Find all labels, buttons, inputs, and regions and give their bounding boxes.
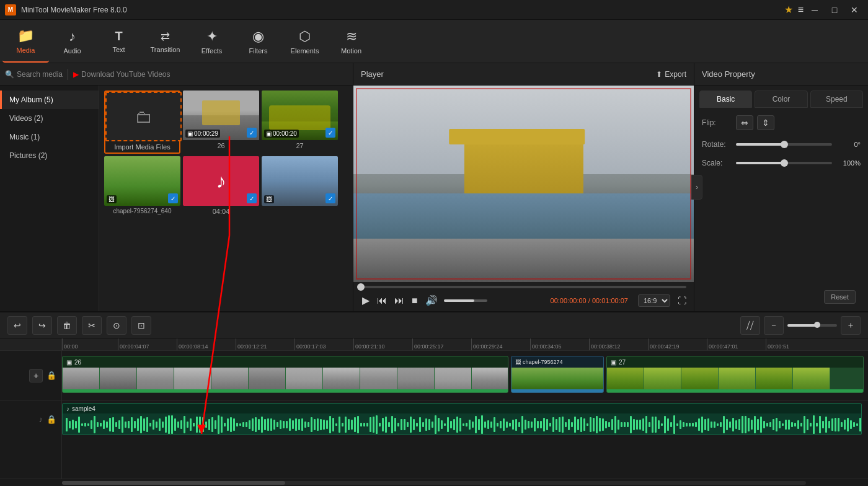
timeline-body: + 🔒 ♪ 🔒 00:00 00:00:04:07 00:00:08:14 00…: [0, 338, 868, 479]
volume-button[interactable]: 🔊: [424, 293, 439, 307]
flip-horizontal-button[interactable]: ⇔: [736, 115, 753, 130]
undo-button[interactable]: ↩: [7, 316, 27, 335]
import-media-item[interactable]: 🗀 Import Media Files: [104, 91, 180, 154]
media-check-img2: ✓: [326, 193, 335, 203]
rotate-handle[interactable]: [781, 141, 788, 148]
waveform: // Generate waveform bars inline (functi…: [63, 413, 861, 435]
toolbar-item-audio[interactable]: ♪ Audio: [49, 20, 95, 63]
sidebar-item-pictures[interactable]: Pictures (2): [0, 146, 99, 165]
clip26-video-icon: ▣: [66, 359, 72, 366]
horizontal-scrollbar[interactable]: [0, 479, 868, 486]
media-check-audio: ✓: [247, 193, 257, 203]
video-clip-26[interactable]: ▣ 26: [62, 356, 508, 393]
audio-clip-sample4[interactable]: ♪ sample4 // Generate waveform bars inli…: [62, 403, 862, 435]
media-item-audio[interactable]: ♪ ✓ 04:04: [183, 156, 259, 217]
time-display: 00:00:00:00 / 00:01:00:07: [551, 297, 628, 304]
close-button[interactable]: ✕: [846, 4, 863, 16]
flip-control: ⇔ ⇕: [736, 115, 861, 130]
crop-button[interactable]: ⊡: [131, 316, 151, 335]
import-label: Import Media Files: [105, 141, 179, 152]
titlebar: M MiniTool MovieMaker Free 8.0.0 ★ ≡ ─ □…: [0, 0, 868, 20]
fullscreen-button[interactable]: ⛶: [678, 296, 686, 306]
add-video-track-button[interactable]: +: [29, 369, 43, 382]
toolbar-item-motion[interactable]: ≋ Motion: [328, 20, 374, 63]
scrollbar-thumb[interactable]: [62, 481, 285, 485]
menu-icon[interactable]: ≡: [798, 4, 804, 15]
redo-button[interactable]: ↪: [32, 316, 52, 335]
left-inner: My Album (5) Videos (2) Music (1) Pictur…: [0, 86, 353, 311]
toolbar-item-effects[interactable]: ✦ Effects: [188, 20, 235, 63]
media-item-27[interactable]: ▣ 00:00:20 ✓ 27: [262, 91, 338, 154]
reset-button[interactable]: Reset: [824, 290, 856, 304]
aspect-ratio-select[interactable]: 16:9 9:16 4:3 1:1: [638, 294, 670, 307]
transition-icon: ⇄: [161, 30, 170, 43]
media-label-chapel: chapel-7956274_640: [104, 206, 180, 216]
scale-handle[interactable]: [781, 159, 788, 167]
scale-control: 100%: [736, 159, 861, 167]
prev-button[interactable]: ⏮: [376, 294, 388, 307]
youtube-download-button[interactable]: ▶ Download YouTube Videos: [73, 70, 170, 79]
media-item-img2[interactable]: 🖼 ✓: [262, 156, 338, 217]
zoom-in-button[interactable]: ＋: [841, 316, 861, 335]
player-header: Player ⬆ Export: [353, 63, 694, 86]
toolbar-item-transition[interactable]: ⇄ Transition: [142, 20, 188, 63]
zoom-split-button[interactable]: ⧸⧸: [740, 316, 760, 335]
timeline-ruler: 00:00 00:00:04:07 00:00:08:14 00:00:12:2…: [62, 338, 868, 351]
zoom-slider[interactable]: [787, 324, 837, 327]
minimize-button[interactable]: ─: [806, 4, 823, 16]
motion-icon: ≋: [346, 29, 357, 45]
tab-speed[interactable]: Speed: [810, 91, 863, 108]
audio-lock-icon[interactable]: 🔒: [46, 415, 56, 424]
app-title: MiniTool MovieMaker Free 8.0.0: [21, 6, 784, 14]
sidebar-item-music[interactable]: Music (1): [0, 128, 99, 146]
detach-audio-button[interactable]: ⊙: [107, 316, 126, 335]
media-item-26[interactable]: ▣ 00:00:29 ✓ 26: [183, 91, 259, 154]
toolbar-item-text[interactable]: T Text: [95, 20, 142, 63]
rotate-fill: [736, 143, 784, 146]
zoom-out-button[interactable]: －: [764, 316, 784, 335]
rotate-slider[interactable]: [736, 143, 832, 146]
toolbar-transition-label: Transition: [151, 46, 180, 53]
audio-sample4-label: sample4: [72, 405, 95, 412]
filters-icon: ◉: [252, 29, 264, 45]
play-button[interactable]: ▶: [361, 293, 371, 307]
search-box[interactable]: 🔍 Search media: [5, 70, 63, 79]
ruler-mark-11: 00:00:47:01: [707, 338, 738, 351]
export-button[interactable]: ⬆ Export: [656, 70, 686, 79]
stop-button[interactable]: ■: [410, 294, 419, 307]
right-panel: Video Property Basic Color Speed Flip: ⇔…: [694, 63, 868, 311]
volume-fill: [444, 299, 474, 302]
media-item-chapel[interactable]: 🖼 ✓ chapel-7956274_640: [104, 156, 180, 217]
progress-bar[interactable]: [361, 286, 686, 288]
toolbar-item-filters[interactable]: ◉ Filters: [235, 20, 281, 63]
delete-button[interactable]: 🗑: [57, 316, 77, 335]
ruler-mark-5: 00:00:21:10: [353, 338, 385, 351]
toolbar: 📁 Media ♪ Audio T Text ⇄ Transition ✦ Ef…: [0, 20, 868, 63]
reset-container: Reset: [694, 285, 868, 311]
toolbar-item-elements[interactable]: ⬡ Elements: [281, 20, 328, 63]
media-check-26: ✓: [247, 128, 257, 138]
toolbar-item-media[interactable]: 📁 Media: [2, 20, 49, 63]
flip-row: Flip: ⇔ ⇕: [702, 115, 861, 130]
video-clip-27[interactable]: ▣ 27: [606, 356, 864, 393]
tab-basic[interactable]: Basic: [699, 91, 752, 108]
progress-handle[interactable]: [357, 283, 365, 291]
sidebar-item-videos[interactable]: Videos (2): [0, 109, 99, 128]
scale-slider[interactable]: [736, 162, 832, 164]
player-video: [353, 86, 694, 282]
tab-color[interactable]: Color: [755, 91, 807, 108]
collapse-panel-button[interactable]: ›: [691, 175, 702, 200]
properties-header: Video Property: [694, 63, 868, 86]
volume-slider[interactable]: [444, 299, 487, 302]
audio-note-icon: ♪: [66, 405, 69, 412]
flip-vertical-button[interactable]: ⇕: [757, 115, 774, 130]
video-clip-chapel[interactable]: 🖼 chapel-7956274: [511, 356, 604, 393]
maximize-button[interactable]: □: [826, 4, 843, 16]
split-button[interactable]: ✂: [82, 316, 102, 335]
ruler-mark-12: 00:00:51: [766, 338, 789, 351]
video-lock-icon[interactable]: 🔒: [46, 371, 56, 380]
property-body: Flip: ⇔ ⇕ Rotate: 0° Scale:: [694, 108, 868, 285]
zoom-handle[interactable]: [814, 322, 820, 328]
next-button[interactable]: ⏭: [393, 294, 405, 307]
sidebar-item-myalbum[interactable]: My Album (5): [0, 91, 99, 109]
